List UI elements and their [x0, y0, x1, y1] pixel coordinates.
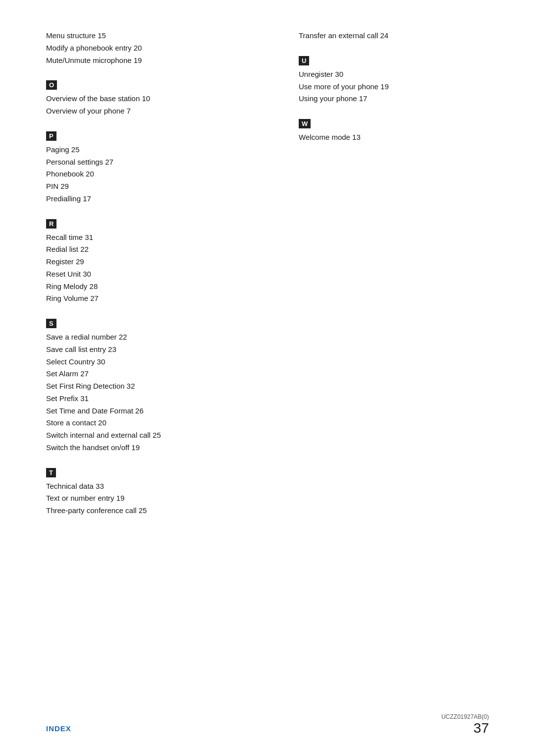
- footer-page-number: 37: [474, 720, 489, 736]
- list-item: Set Prefix 31: [46, 393, 279, 405]
- right-column: Transfer an external call 24 U Unregiste…: [289, 30, 489, 531]
- list-item: Unregister 30: [299, 68, 489, 81]
- list-item: Overview of the base station 10: [46, 93, 279, 105]
- section-o-list: Overview of the base station 10 Overview…: [46, 93, 279, 117]
- section-t-right-intro: Transfer an external call 24: [299, 30, 489, 42]
- intro-list: Menu structure 15 Modify a phonebook ent…: [46, 30, 279, 66]
- list-item: Using your phone 17: [299, 93, 489, 105]
- section-p: P Paging 25 Personal settings 27 Phonebo…: [46, 131, 279, 205]
- section-w-list: Welcome mode 13: [299, 131, 489, 144]
- list-item: Use more of your phone 19: [299, 81, 489, 93]
- list-item: Recall time 31: [46, 232, 279, 244]
- list-item: Ring Volume 27: [46, 292, 279, 305]
- list-item: Menu structure 15: [46, 30, 279, 42]
- section-w: W Welcome mode 13: [299, 119, 489, 144]
- section-u: U Unregister 30 Use more of your phone 1…: [299, 56, 489, 105]
- section-r-list: Recall time 31 Redial list 22 Register 2…: [46, 232, 279, 305]
- main-content: Menu structure 15 Modify a phonebook ent…: [46, 30, 489, 531]
- section-r: R Recall time 31 Redial list 22 Register…: [46, 219, 279, 305]
- section-letter-o: O: [46, 80, 57, 90]
- list-item: Set First Ring Detection 32: [46, 380, 279, 393]
- page-footer: INDEX 37: [0, 720, 535, 736]
- list-item: Set Alarm 27: [46, 368, 279, 380]
- list-item: Switch internal and external call 25: [46, 429, 279, 442]
- section-t: T Technical data 33 Text or number entry…: [46, 468, 279, 517]
- left-column: Menu structure 15 Modify a phonebook ent…: [46, 30, 289, 531]
- section-s-list: Save a redial number 22 Save call list e…: [46, 331, 279, 454]
- section-letter-r: R: [46, 219, 56, 229]
- section-p-list: Paging 25 Personal settings 27 Phonebook…: [46, 144, 279, 205]
- list-item: Paging 25: [46, 144, 279, 156]
- list-item: Transfer an external call 24: [299, 30, 489, 42]
- right-intro-list: Transfer an external call 24: [299, 30, 489, 42]
- list-item: Mute/Unmute microphone 19: [46, 55, 279, 67]
- list-item: Select Country 30: [46, 356, 279, 368]
- list-item: PIN 29: [46, 180, 279, 193]
- list-item: Set Time and Date Format 26: [46, 405, 279, 417]
- list-item: Switch the handset on/off 19: [46, 442, 279, 454]
- list-item: Register 29: [46, 256, 279, 268]
- list-item: Predialling 17: [46, 193, 279, 205]
- section-u-list: Unregister 30 Use more of your phone 19 …: [299, 68, 489, 105]
- list-item: Save call list entry 23: [46, 344, 279, 356]
- section-o: O Overview of the base station 10 Overvi…: [46, 80, 279, 117]
- footer-index-label: INDEX: [46, 724, 71, 733]
- list-item: Reset Unit 30: [46, 268, 279, 281]
- list-item: Modify a phonebook entry 20: [46, 42, 279, 55]
- section-letter-u: U: [299, 56, 309, 65]
- list-item: Overview of your phone 7: [46, 105, 279, 117]
- product-code: UCZZ01927AB(0): [441, 713, 489, 720]
- section-s: S Save a redial number 22 Save call list…: [46, 319, 279, 454]
- section-letter-s: S: [46, 319, 56, 328]
- section-m-intro: Menu structure 15 Modify a phonebook ent…: [46, 30, 279, 66]
- list-item: Ring Melody 28: [46, 281, 279, 293]
- list-item: Save a redial number 22: [46, 331, 279, 344]
- section-letter-w: W: [299, 119, 311, 128]
- section-letter-t: T: [46, 468, 56, 477]
- list-item: Phonebook 20: [46, 168, 279, 180]
- list-item: Three-party conference call 25: [46, 505, 279, 517]
- list-item: Redial list 22: [46, 243, 279, 256]
- list-item: Store a contact 20: [46, 417, 279, 429]
- list-item: Welcome mode 13: [299, 131, 489, 144]
- list-item: Personal settings 27: [46, 156, 279, 169]
- section-letter-p: P: [46, 131, 56, 141]
- page: Menu structure 15 Modify a phonebook ent…: [0, 0, 535, 756]
- list-item: Technical data 33: [46, 480, 279, 493]
- list-item: Text or number entry 19: [46, 492, 279, 505]
- section-t-list: Technical data 33 Text or number entry 1…: [46, 480, 279, 517]
